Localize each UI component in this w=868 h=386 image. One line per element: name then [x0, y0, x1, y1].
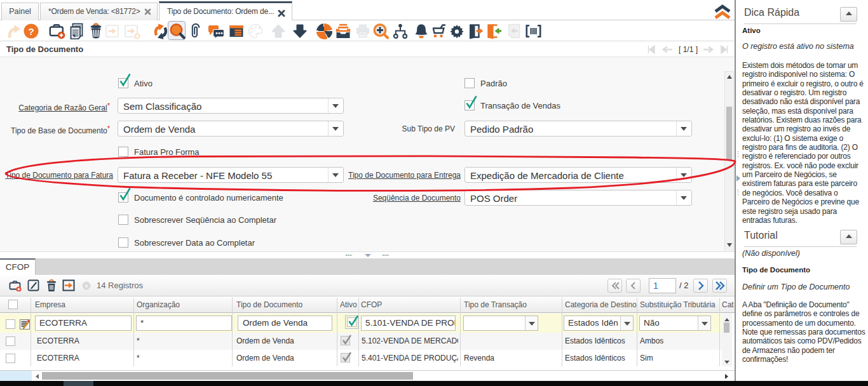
svg-text:?: ?: [28, 26, 34, 37]
